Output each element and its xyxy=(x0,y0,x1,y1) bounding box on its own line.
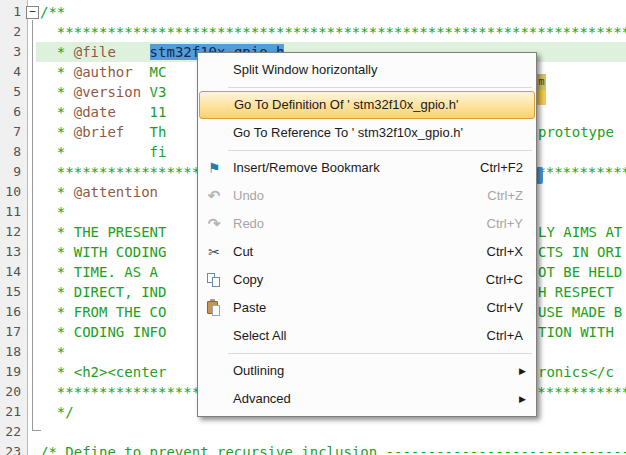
code-line: * @brief Th xyxy=(40,122,166,142)
code-fragment-right-of-menu: LY AIMS AT xyxy=(538,222,622,242)
menu-item-label: Advanced xyxy=(233,391,291,406)
code-segment: * fi xyxy=(40,144,166,160)
code-segment: * xyxy=(40,84,74,100)
menu-item-undo: ↶ Undo Ctrl+Z xyxy=(198,182,536,210)
code-fragment-right-of-menu: USE MADE B xyxy=(538,302,622,322)
menu-item-label: Select All xyxy=(233,328,286,343)
code-line: * @date 11 xyxy=(40,102,166,122)
menu-item-label: Outlining xyxy=(233,363,284,378)
code-segment: * xyxy=(40,64,74,80)
cut-icon: ✂ xyxy=(203,238,225,266)
menu-item-label: Insert/Remove Bookmark xyxy=(233,160,380,175)
menu-item-shortcut: Ctrl+A xyxy=(487,322,523,350)
menu-separator xyxy=(228,353,532,354)
blank-icon-slot xyxy=(203,56,225,84)
code-line: * DIRECT, IND xyxy=(40,282,166,302)
code-segment: */ xyxy=(40,404,74,420)
code-line: * xyxy=(40,202,65,222)
blank-icon-slot xyxy=(203,119,225,147)
menu-item-label: Undo xyxy=(233,188,264,203)
code-segment xyxy=(116,44,150,60)
menu-separator xyxy=(228,87,532,88)
code-segment: * xyxy=(40,344,65,360)
code-fragment-right-of-menu: ronics</c xyxy=(538,362,614,382)
menu-item-advanced[interactable]: Advanced ▶ xyxy=(198,385,536,413)
paste-icon xyxy=(203,294,225,322)
menu-item-label: Go To Definition Of ' stm32f10x_gpio.h' xyxy=(234,97,458,112)
code-line: * <h2><center xyxy=(40,362,166,382)
code-segment: /** xyxy=(40,4,65,20)
code-line: * THE PRESENT xyxy=(40,222,166,242)
code-segment: * xyxy=(40,124,74,140)
menu-item-cut[interactable]: ✂ Cut Ctrl+X xyxy=(198,238,536,266)
blank-icon-slot xyxy=(203,385,225,413)
menu-item-shortcut: Ctrl+C xyxy=(486,266,523,294)
code-line: * WITH CODING xyxy=(40,242,166,262)
code-line: * fi xyxy=(40,142,166,162)
code-segment: @attention xyxy=(74,184,158,200)
menu-item-label: Copy xyxy=(233,272,263,287)
code-segment: * CODING INFO xyxy=(40,324,166,340)
occurrence-highlight-fragment xyxy=(537,90,546,105)
code-segment: MC xyxy=(133,64,167,80)
code-segment: @date xyxy=(74,104,116,120)
bookmark-flag-icon: ⚑ xyxy=(203,154,225,182)
menu-item-paste[interactable]: Paste Ctrl+V xyxy=(198,294,536,322)
menu-item-shortcut: Ctrl+X xyxy=(487,238,523,266)
code-segment: * xyxy=(40,204,65,220)
code-segment: /* Define to prevent recursive inclusion… xyxy=(40,444,626,455)
code-line: ****************************************… xyxy=(40,22,626,42)
code-segment: * xyxy=(40,184,74,200)
menu-item-go-to-reference[interactable]: Go To Reference To ' stm32f10x_gpio.h' xyxy=(198,119,536,147)
code-segment: * WITH CODING xyxy=(40,244,166,260)
menu-item-copy[interactable]: Copy Ctrl+C xyxy=(198,266,536,294)
code-segment: * <h2><center xyxy=(40,364,166,380)
code-segment: @version xyxy=(74,84,141,100)
code-segment: @author xyxy=(74,64,133,80)
menu-item-split-window[interactable]: Split Window horizontally xyxy=(198,56,536,84)
code-segment: * FROM THE CO xyxy=(40,304,166,320)
redo-icon: ↷ xyxy=(203,210,225,238)
menu-item-select-all[interactable]: Select All Ctrl+A xyxy=(198,322,536,350)
code-segment: * xyxy=(40,104,74,120)
menu-item-outlining[interactable]: Outlining ▶ xyxy=(198,357,536,385)
code-line: * @attention xyxy=(40,182,158,202)
occurrence-highlight-fragment: m xyxy=(537,74,546,90)
copy-icon xyxy=(203,266,225,294)
menu-item-shortcut: Ctrl+Y xyxy=(487,210,523,238)
menu-item-insert-remove-bookmark[interactable]: ⚑ Insert/Remove Bookmark Ctrl+F2 xyxy=(198,154,536,182)
code-line: * CODING INFO xyxy=(40,322,166,342)
code-segment: ****************************************… xyxy=(40,24,626,40)
code-line: /* Define to prevent recursive inclusion… xyxy=(40,442,626,455)
menu-item-label: Cut xyxy=(233,244,253,259)
code-segment: V3 xyxy=(141,84,166,100)
menu-separator xyxy=(228,150,532,151)
code-fragment-right-of-menu: TION WITH xyxy=(538,322,614,342)
code-fragment-right-of-menu: OT BE HELD xyxy=(538,262,622,282)
code-segment: @file xyxy=(74,44,116,60)
code-line: * TIME. AS A xyxy=(40,262,158,282)
menu-item-label: Split Window horizontally xyxy=(233,62,378,77)
menu-item-label: Paste xyxy=(233,300,266,315)
code-segment: @brief xyxy=(74,124,125,140)
code-line: /** xyxy=(40,2,65,22)
code-segment: * DIRECT, IND xyxy=(40,284,166,300)
menu-item-shortcut: Ctrl+V xyxy=(487,294,523,322)
submenu-arrow-icon: ▶ xyxy=(519,385,526,413)
menu-item-go-to-definition[interactable]: Go To Definition Of ' stm32f10x_gpio.h' xyxy=(199,91,535,119)
undo-icon: ↶ xyxy=(203,182,225,210)
editor-context-menu: Split Window horizontally Go To Definiti… xyxy=(197,52,537,417)
code-segment: * xyxy=(40,44,74,60)
code-line: */ xyxy=(40,402,74,422)
code-segment: * THE PRESENT xyxy=(40,224,166,240)
code-line: * xyxy=(40,342,65,362)
menu-item-shortcut: Ctrl+Z xyxy=(487,182,523,210)
code-segment: Th xyxy=(124,124,166,140)
code-segment: 11 xyxy=(116,104,167,120)
code-line: * @version V3 xyxy=(40,82,166,102)
code-fragment-right-of-menu: H RESPECT xyxy=(538,282,614,302)
menu-item-redo: ↷ Redo Ctrl+Y xyxy=(198,210,536,238)
submenu-arrow-icon: ▶ xyxy=(519,357,526,385)
code-line: * @author MC xyxy=(40,62,166,82)
selection-highlight-fragment xyxy=(536,167,543,184)
